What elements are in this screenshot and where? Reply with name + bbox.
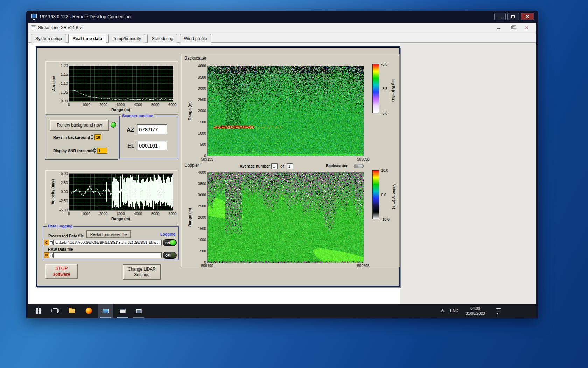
restore-icon <box>511 26 514 29</box>
tick-label: 3000 <box>117 212 125 216</box>
rays-in-background-label: Rays in background <box>53 135 90 139</box>
front-panel: A-scope 1.201.151.101.050.99 01000200030… <box>36 46 400 287</box>
action-center-button[interactable] <box>491 304 506 318</box>
backscatter-toggle-label: Backscatter <box>326 164 348 168</box>
snr-threshold-field[interactable]: 1 <box>97 148 107 154</box>
scanner-position-box: Scanner position AZ 078.977 EL 000.101 <box>119 116 178 159</box>
tick-label: 3500 <box>198 75 206 79</box>
start-button[interactable] <box>31 304 46 318</box>
rdp-titlebar[interactable]: 192.168.0.122 - Remote Desktop Connectio… <box>27 11 538 23</box>
app-minimize-button[interactable] <box>492 23 506 32</box>
app-close-button[interactable] <box>520 23 534 32</box>
average-count-field[interactable]: 1 <box>287 163 293 169</box>
el-label: EL <box>127 143 134 149</box>
tab-scheduling[interactable]: Scheduling <box>147 34 177 43</box>
renew-background-button[interactable]: Renew background now <box>50 120 109 130</box>
doppler-y-ticks: 40003500300025002000150010005000 <box>194 172 206 262</box>
doppler-heatmap <box>207 172 364 263</box>
tab-temp-humidity[interactable]: Temp/humidity <box>108 34 145 43</box>
tab-strip: System setup Real time data Temp/humidit… <box>28 32 536 43</box>
tab-system-setup[interactable]: System setup <box>31 34 66 43</box>
scan-scheduler-taskbar-button[interactable] <box>115 304 130 318</box>
vi-background-right <box>400 43 536 304</box>
action-center-icon <box>496 308 501 313</box>
tick-label: 0.0 <box>381 193 386 197</box>
tick-label: 2000 <box>198 215 206 219</box>
processed-path-browse-icon[interactable] <box>49 240 53 245</box>
clock-date: 31/08/2023 <box>462 311 489 316</box>
processed-path-input[interactable]: C:\Lidar\Data\Proc\2023\202308\20230831\… <box>53 240 162 245</box>
stop-button-line1: STOP <box>55 265 68 271</box>
change-lidar-settings-button[interactable]: Change LiDAR Settings <box>123 265 160 279</box>
raw-logging-toggle-off[interactable]: OFF <box>163 252 177 259</box>
taskbar-clock[interactable]: 04:00 31/08/2023 <box>462 306 489 316</box>
tab-wind-profile[interactable]: Wind profile <box>180 34 211 43</box>
chevron-up-icon <box>441 309 444 313</box>
tick-label: 2500 <box>198 97 206 102</box>
tick-label: 4000 <box>198 170 206 175</box>
doppler-x-ticks: 509199509698 <box>207 264 363 268</box>
firefox-button[interactable] <box>81 304 97 318</box>
processed-data-file-label: Processed Data file <box>48 234 84 238</box>
hidden-icons-button[interactable] <box>438 304 448 318</box>
app-titlebar[interactable]: StreamLine XR v14-6.vi <box>28 23 536 32</box>
velocity-y-ticks: 5.002.500.00-2.50-5.00 <box>56 173 68 210</box>
rays-in-background-field[interactable]: 10 <box>94 134 101 140</box>
ascope-x-axis-label: Range (m) <box>69 108 173 112</box>
rdp-app-taskbar-button[interactable] <box>98 304 113 318</box>
processed-path-drive-button[interactable]: C <box>44 240 49 245</box>
stop-software-button[interactable]: STOP software <box>46 264 78 279</box>
snr-threshold-label: Display SNR threshold <box>53 149 95 153</box>
rays-spinner[interactable] <box>90 134 94 140</box>
app-restore-button[interactable] <box>506 23 520 32</box>
ascope-y-ticks: 1.201.151.101.050.99 <box>56 66 68 101</box>
az-readout: 078.977 <box>137 124 167 134</box>
processed-logging-toggle-on[interactable]: ON <box>163 239 177 246</box>
backscatter-colorbar <box>372 64 379 113</box>
tick-label: 1500 <box>198 226 206 231</box>
tick-label: 509698 <box>357 264 369 268</box>
task-view-button[interactable] <box>48 304 63 318</box>
heatmap-panel: Backscatter Range (m) 400035003000250020… <box>181 54 400 267</box>
tick-label: -8.0 <box>381 111 387 115</box>
change-button-line1: Change LiDAR <box>128 266 156 272</box>
close-icon <box>525 14 530 19</box>
raw-path-input[interactable] <box>53 252 162 258</box>
rdp-app-icon <box>103 309 109 313</box>
language-indicator[interactable]: ENG <box>450 308 458 313</box>
average-number-field[interactable]: 1 <box>271 163 278 169</box>
close-icon <box>525 26 528 29</box>
background-controls-box: Renew background now Rays in background … <box>45 115 118 160</box>
backscatter-x-ticks: 509199509698 <box>207 157 363 161</box>
tick-label: 0 <box>68 103 70 107</box>
scanner-position-title: Scanner position <box>121 114 154 118</box>
raw-path-drive-button[interactable]: C <box>44 252 49 258</box>
rdp-minimize-button[interactable] <box>494 13 506 20</box>
average-number-label: Average number <box>240 164 270 168</box>
file-explorer-button[interactable] <box>64 304 80 318</box>
tick-label: 4000 <box>134 212 142 216</box>
rdp-close-button[interactable] <box>521 13 534 20</box>
el-readout: 000.101 <box>137 141 167 150</box>
notes-window-taskbar-button[interactable] <box>131 304 146 318</box>
notes-window-icon <box>136 309 142 313</box>
tick-label: -3.0 <box>381 62 387 66</box>
doppler-colorbar-label: Velocity (m/s) <box>390 172 398 221</box>
tick-label: 3000 <box>198 193 206 197</box>
firefox-icon <box>86 308 92 314</box>
tick-label: 1.15 <box>61 72 68 76</box>
rdp-maximize-button[interactable] <box>507 13 519 20</box>
tick-label: 2000 <box>99 212 107 216</box>
tick-label: 1000 <box>82 103 90 107</box>
snr-spinner[interactable] <box>93 148 96 154</box>
active-app-underline <box>100 317 111 318</box>
raw-path-browse-icon[interactable] <box>49 252 53 258</box>
tab-real-time-data[interactable]: Real time data <box>68 34 106 43</box>
raw-data-file-label: RAW Data file <box>48 247 73 251</box>
restart-processed-file-button[interactable]: Restart processed file <box>87 231 131 238</box>
tick-label: 5000 <box>151 103 159 107</box>
velocity-plot <box>69 173 173 211</box>
velocity-x-axis-label: Range (m) <box>69 217 173 221</box>
tick-label: 1.10 <box>61 81 68 86</box>
backscatter-display-toggle[interactable] <box>354 164 364 168</box>
